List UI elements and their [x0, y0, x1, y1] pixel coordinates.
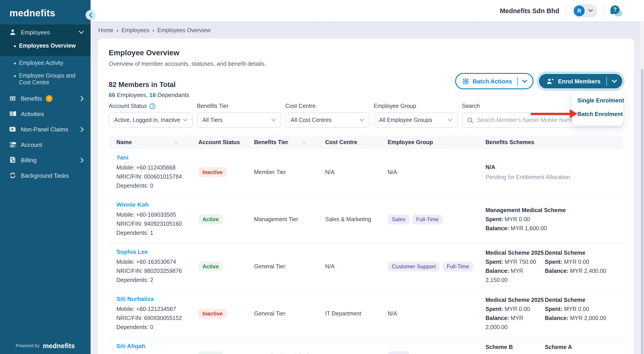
bank-icon [8, 94, 17, 102]
member-name-link[interactable]: Siti Afiqah [116, 343, 146, 349]
chevron-down-icon [79, 31, 84, 34]
svg-text:$: $ [12, 160, 13, 162]
scheme-spent: Spent: MYR 0.00 [486, 305, 545, 314]
chevron-down-icon [183, 119, 188, 122]
dependants-label: Dependants [158, 92, 189, 98]
select-value: All Tiers [202, 117, 271, 123]
topbar-divider [604, 4, 604, 18]
table-row[interactable]: Siti Afiqah Mobile: +60-163321470Depende… [109, 338, 623, 354]
sidebar-item-benefits[interactable]: Benefits ! [0, 91, 90, 106]
sort-icon[interactable]: ↑↓ [302, 140, 306, 145]
sidebar-item-label: Account [21, 141, 42, 148]
scrollbar-track[interactable] [640, 21, 644, 354]
sidebar-item-non-panel-claims[interactable]: Non-Panel Claims [0, 122, 90, 137]
sidebar-group-employees: Employees Employees Overview [0, 25, 90, 57]
scheme-name: Medical Scheme 2025 [486, 248, 545, 257]
column-header-benefits-tier: Benefits Tier ↑↓ [254, 139, 325, 146]
breadcrumb-employees-overview[interactable]: Employees Overview [158, 27, 210, 34]
help-button[interactable]: ? [610, 5, 622, 16]
user-menu[interactable]: R [572, 4, 597, 18]
member-name-link[interactable]: Winnie Koh [116, 201, 149, 208]
mednefits-footer-logo: mednefits [43, 342, 75, 349]
table-row[interactable]: Sophia Lee Mobile: +60-163530674NRIC/FIN… [109, 243, 623, 290]
company-name: Mednefits Sdn Bhd [500, 7, 559, 14]
filter-employee-group: Employee Group All Employee Groups [374, 103, 458, 128]
batch-actions-button[interactable]: Batch Actions [455, 73, 534, 89]
benefit-scheme: Management Medical SchemeSpent: MYR 0.00… [486, 206, 566, 233]
benefit-scheme: N/APending for Entitlement Allocation [486, 163, 570, 182]
breadcrumb-employees[interactable]: Employees [121, 27, 150, 34]
benefits-tier-cell: Management Tier [254, 216, 325, 223]
sidebar: mednefits Employees Employees Overview [0, 0, 90, 354]
member-info: Mobile: +60-112435668NRIC/FIN: 000601015… [116, 163, 198, 190]
member-name-link[interactable]: Sophia Lee [116, 248, 148, 255]
member-info: Mobile: +60-121234567NRIC/FIN: 690930055… [116, 305, 198, 332]
column-header-label: Employee Group [388, 139, 433, 146]
column-header-benefits-schemes: Benefits Schemes [486, 139, 623, 146]
enrol-members-button[interactable]: Enrol Members [538, 73, 623, 89]
group-badge: Customer Support [388, 261, 440, 271]
chevron-down-icon[interactable] [522, 80, 527, 83]
sidebar-item-employee-activity[interactable]: Employee Activity [0, 57, 90, 70]
account-status-select[interactable]: Active, Logged in, Inactive [109, 112, 193, 128]
sidebar-item-employees[interactable]: Employees [0, 25, 90, 40]
scheme-balance: Balance: MYR 2,400.00 [545, 266, 606, 276]
book-icon [8, 110, 17, 118]
sidebar-item-label: Benefits [21, 95, 42, 102]
scheme-balance: Balance: MYR 2,000.00 [545, 314, 606, 323]
cost-centre-select[interactable]: All Cost Centres [285, 112, 370, 128]
sidebar-item-label: Non-Panel Claims [21, 126, 68, 133]
employee-group-cell: N/A [388, 169, 486, 175]
benefits-schemes-cell: N/APending for Entitlement Allocation [486, 163, 623, 182]
chevron-right-icon [80, 158, 84, 163]
bullet-icon [14, 45, 16, 47]
filter-benefits-tier: Benefits Tier All Tiers [197, 103, 281, 128]
benefits-tier-select[interactable]: All Tiers [197, 112, 281, 128]
sidebar-item-employees-overview[interactable]: Employees Overview [0, 40, 90, 52]
breadcrumb-home[interactable]: Home [98, 27, 114, 34]
column-header-cost-centre: Cost Centre [325, 139, 388, 146]
benefits-schemes-cell: Scheme BSpent: MYR 0.00Balance: MYR 0.00… [486, 343, 623, 354]
sort-icon[interactable]: ↑↓ [174, 140, 178, 145]
member-info-line: Dependents: 1 [116, 228, 198, 237]
benefit-scheme: Medical Scheme 2025Spent: MYR 750.00Bala… [486, 248, 545, 285]
wallet-icon [8, 125, 17, 133]
sidebar-item-employee-groups-cost-centre[interactable]: Employee Groups and Cost Centre [0, 70, 90, 89]
sidebar-item-account[interactable]: Account [0, 137, 90, 152]
sidebar-item-activities[interactable]: Activities [0, 106, 90, 122]
menu-item-batch-enrolment[interactable]: Batch Enrolment [572, 107, 623, 121]
table-row[interactable]: Yani Mobile: +60-112435668NRIC/FIN: 0006… [109, 149, 623, 196]
sidebar-item-label: Employees Overview [19, 43, 76, 50]
sidebar-item-billing[interactable]: $ Billing [0, 152, 90, 168]
scheme-balance: Balance: MYR 2,000.00 [486, 314, 545, 332]
info-icon[interactable] [150, 103, 155, 109]
sidebar-item-background-tasks[interactable]: Background Tasks [0, 168, 90, 183]
menu-item-single-enrolment[interactable]: Single Enrolment [572, 94, 623, 107]
member-info-line: NRIC/FIN: 940923105160 [116, 219, 198, 228]
members-total: 82 Members in Total [109, 81, 189, 89]
select-value: All Employee Groups [379, 117, 448, 123]
bullet-icon [14, 63, 16, 65]
account-status-cell: Inactive [198, 167, 254, 177]
button-divider [517, 77, 518, 86]
scrollbar-thumb[interactable] [641, 69, 644, 354]
chevron-down-icon [271, 119, 276, 122]
sidebar-item-label: Billing [21, 157, 36, 163]
table-row[interactable]: Winnie Koh Mobile: +60-169033505NRIC/FIN… [109, 196, 623, 243]
status-badge: Inactive [198, 167, 227, 177]
member-name-cell: Yani Mobile: +60-112435668NRIC/FIN: 0006… [109, 154, 198, 190]
table-row[interactable]: Siti Nurhaliza Mobile: +60-121234567NRIC… [109, 290, 623, 338]
scheme-balance: Balance: MYR 2,150.00 [486, 266, 545, 285]
sidebar-collapse-button[interactable] [86, 10, 96, 20]
benefits-schemes-cell: Management Medical SchemeSpent: MYR 0.00… [486, 206, 623, 233]
scheme-balance: Balance: MYR 1,600.00 [486, 224, 566, 233]
member-name-link[interactable]: Yani [116, 154, 128, 161]
chevron-down-icon[interactable] [612, 80, 617, 83]
benefit-scheme: Scheme BSpent: MYR 0.00Balance: MYR 0.00 [486, 343, 545, 354]
table-header: Name ↑↓ Account Status Benefits Tier ↑↓ … [109, 136, 623, 149]
member-info: Mobile: +60-163530674NRIC/FIN: 980203259… [116, 257, 198, 285]
member-name-cell: Siti Afiqah Mobile: +60-163321470Depende… [109, 343, 198, 354]
employee-group-select[interactable]: All Employee Groups [374, 112, 458, 128]
member-name-link[interactable]: Siti Nurhaliza [116, 295, 154, 302]
employees-label: Employees, [117, 92, 148, 98]
